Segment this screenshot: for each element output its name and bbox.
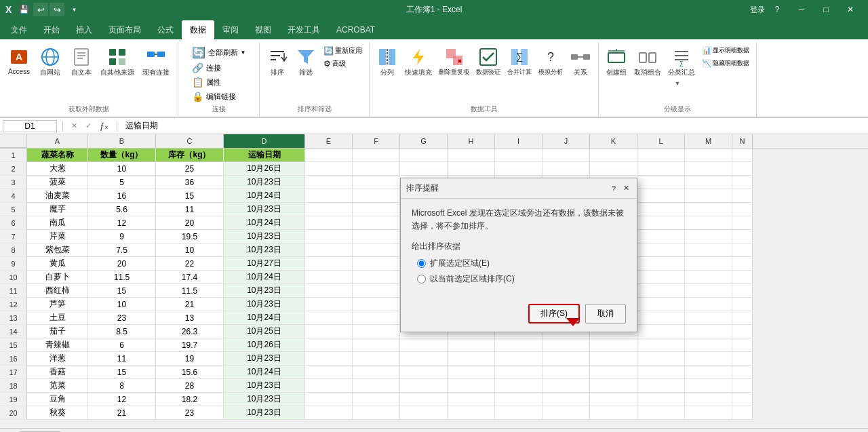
cell[interactable]: 豆角 xyxy=(27,393,88,406)
formula-confirm-icon[interactable]: ✓ xyxy=(83,121,94,130)
cell[interactable]: 黄瓜 xyxy=(27,257,88,271)
cell[interactable]: 5 xyxy=(88,176,156,189)
cell-empty[interactable] xyxy=(732,189,753,203)
cell[interactable]: 土豆 xyxy=(27,311,88,325)
tab-acrobat[interactable]: ACROBAT xyxy=(328,20,383,39)
create-group-btn[interactable]: 创建组 xyxy=(603,45,630,79)
cell-empty[interactable] xyxy=(685,216,732,230)
cell-empty[interactable] xyxy=(590,379,637,393)
cell[interactable]: 11 xyxy=(156,203,224,216)
cell-empty[interactable] xyxy=(495,366,542,379)
cell-empty[interactable] xyxy=(353,352,400,366)
cell[interactable]: 10月23日 xyxy=(224,393,305,406)
cell-empty[interactable] xyxy=(542,352,590,366)
cell[interactable]: 10月23日 xyxy=(224,176,305,189)
cell[interactable]: 10月24日 xyxy=(224,216,305,230)
cell-empty[interactable] xyxy=(353,271,400,284)
cell-empty[interactable] xyxy=(732,366,753,379)
cell-empty[interactable] xyxy=(732,352,753,366)
cell-empty[interactable] xyxy=(353,338,400,352)
cell[interactable]: 15 xyxy=(156,189,224,203)
cell[interactable]: 5.6 xyxy=(88,203,156,216)
cell-empty[interactable] xyxy=(305,338,353,352)
cell[interactable]: 10月23日 xyxy=(224,230,305,243)
tab-developer[interactable]: 开发工具 xyxy=(279,20,328,39)
sort-cancel-btn[interactable]: 取消 xyxy=(585,304,626,323)
cell[interactable]: 香菇 xyxy=(27,366,88,379)
refresh-all-btn[interactable]: 🔄 全部刷新 ▼ xyxy=(189,45,249,60)
cell[interactable]: 秋葵 xyxy=(27,406,88,420)
cell-empty[interactable] xyxy=(685,379,732,393)
cell-empty[interactable] xyxy=(400,366,448,379)
cell-empty[interactable] xyxy=(732,311,753,325)
radio-current-input[interactable] xyxy=(417,275,426,283)
cell-empty[interactable] xyxy=(353,149,400,162)
cell-empty[interactable] xyxy=(590,393,637,406)
cell-empty[interactable] xyxy=(685,366,732,379)
sort-confirm-btn[interactable]: 排序(S) xyxy=(528,304,580,323)
cell-empty[interactable] xyxy=(305,284,353,298)
cell[interactable]: 16 xyxy=(88,189,156,203)
cell-empty[interactable] xyxy=(637,379,685,393)
save-qa-btn[interactable]: 💾 xyxy=(17,3,31,16)
login-text[interactable]: 登录 xyxy=(750,5,765,15)
name-box[interactable] xyxy=(3,120,57,132)
cell-empty[interactable] xyxy=(542,338,590,352)
cell[interactable]: 28 xyxy=(156,379,224,393)
cell-empty[interactable] xyxy=(400,352,448,366)
cell-empty[interactable] xyxy=(353,230,400,243)
cell-empty[interactable] xyxy=(305,189,353,203)
col-header-n[interactable]: N xyxy=(732,134,753,148)
flash-fill-btn[interactable]: 快速填充 xyxy=(402,45,435,79)
col-header-l[interactable]: L xyxy=(637,134,685,148)
cell-empty[interactable] xyxy=(732,230,753,243)
what-if-btn[interactable]: ? 模拟分析 xyxy=(536,45,566,79)
cell-empty[interactable] xyxy=(685,149,732,162)
cell[interactable]: 10月23日 xyxy=(224,298,305,311)
cell-empty[interactable] xyxy=(353,393,400,406)
cell[interactable]: 数量（kg） xyxy=(88,149,156,162)
cell-empty[interactable] xyxy=(637,162,685,176)
maximize-btn[interactable]: □ xyxy=(814,0,838,19)
cell-empty[interactable] xyxy=(305,149,353,162)
hide-detail-btn[interactable]: 📉 隐藏明细数据 xyxy=(699,58,752,69)
cell[interactable]: 15 xyxy=(88,284,156,298)
cell-empty[interactable] xyxy=(495,162,542,176)
cell[interactable]: 白萝卜 xyxy=(27,271,88,284)
cell-empty[interactable] xyxy=(685,352,732,366)
cell-empty[interactable] xyxy=(685,284,732,298)
cell-empty[interactable] xyxy=(305,379,353,393)
cell-empty[interactable] xyxy=(305,243,353,257)
cell-empty[interactable] xyxy=(637,338,685,352)
dialog-help-btn[interactable]: ? xyxy=(608,183,619,194)
radio-expand-input[interactable] xyxy=(417,259,426,268)
cell[interactable]: 7.5 xyxy=(88,243,156,257)
cell[interactable]: 10月24日 xyxy=(224,271,305,284)
cell-empty[interactable] xyxy=(637,243,685,257)
cell-empty[interactable] xyxy=(305,325,353,338)
cell[interactable]: 15.6 xyxy=(156,366,224,379)
cell-empty[interactable] xyxy=(732,176,753,189)
tab-formulas[interactable]: 公式 xyxy=(149,20,182,39)
cell[interactable]: 10 xyxy=(88,298,156,311)
cell[interactable]: 10月23日 xyxy=(224,352,305,366)
cell[interactable]: 9 xyxy=(88,230,156,243)
qa-dropdown-btn[interactable]: ▼ xyxy=(67,3,81,16)
connections-btn[interactable]: 🔗 连接 xyxy=(189,61,249,75)
cell-empty[interactable] xyxy=(685,325,732,338)
cell-empty[interactable] xyxy=(353,257,400,271)
ungroup-btn[interactable]: 取消组合 xyxy=(631,45,664,79)
relationship-btn[interactable]: 关系 xyxy=(567,45,594,79)
cell-empty[interactable] xyxy=(637,298,685,311)
cell-empty[interactable] xyxy=(542,406,590,420)
cell[interactable]: 18.2 xyxy=(156,393,224,406)
col-header-j[interactable]: J xyxy=(542,134,590,148)
outline-expand-icon[interactable]: ▼ xyxy=(675,80,681,87)
sort-btn[interactable]: 排序 xyxy=(264,45,291,79)
help-btn[interactable]: ? xyxy=(770,3,784,16)
cell-empty[interactable] xyxy=(637,216,685,230)
formula-insert-icon[interactable]: ƒₓ xyxy=(97,121,111,131)
cell[interactable]: 20 xyxy=(156,216,224,230)
remove-dup-btn[interactable]: 删除重复项 xyxy=(436,45,472,79)
cell-empty[interactable] xyxy=(448,393,495,406)
